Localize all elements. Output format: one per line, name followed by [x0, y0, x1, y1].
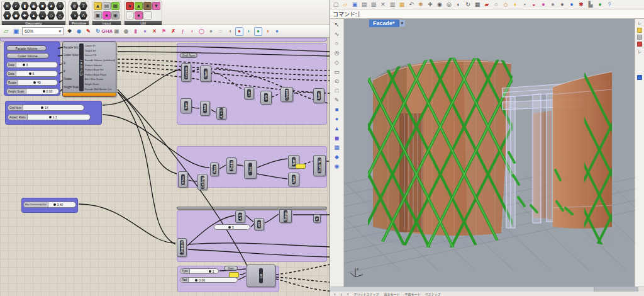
num-component[interactable]: Num: [288, 173, 299, 186]
sketch-icon[interactable]: ✎: [332, 95, 342, 105]
preview-orange-icon[interactable]: ◑: [264, 27, 272, 36]
paint-icon[interactable]: ●: [207, 27, 215, 36]
cluster-output-port[interactable]: Attr / Max Scalar: [85, 77, 115, 81]
ext-cluster-component[interactable]: Ext: [247, 265, 275, 287]
panel-component[interactable]: [296, 164, 306, 169]
gha-icon[interactable]: GHA: [103, 27, 111, 36]
panel-icon-shield[interactable]: [637, 42, 642, 47]
cluster-input-port[interactable]: Height Scale: [64, 86, 79, 89]
visibility-icon[interactable]: ◒: [530, 1, 538, 9]
viewport-tab[interactable]: Facade* ▾: [369, 20, 405, 27]
scrollbar-thumb[interactable]: [594, 287, 638, 292]
open-file-icon[interactable]: ▱: [341, 1, 350, 9]
param-grid-num[interactable]: Grid Num: [180, 53, 197, 58]
geometry-icon[interactable]: ▲: [30, 11, 38, 20]
open-file-icon[interactable]: ▱: [2, 27, 10, 36]
display-red-icon[interactable]: ●: [235, 27, 243, 36]
num-component[interactable]: Num: [313, 88, 325, 103]
magnifier-icon[interactable]: ◎: [122, 27, 130, 36]
viewport-scrollbar[interactable]: [330, 287, 644, 292]
move-icon[interactable]: ✚: [426, 1, 435, 9]
color-wheel-icon[interactable]: ●: [539, 1, 548, 9]
dispatch-component[interactable]: Dispatch: [177, 238, 187, 257]
geometry-icon[interactable]: ◉: [30, 2, 38, 10]
save-icon[interactable]: ▣: [350, 1, 359, 9]
division-component[interactable]: A/B: [254, 218, 264, 231]
geometry-icon[interactable]: ▮: [21, 2, 29, 10]
num-component[interactable]: Num: [180, 98, 192, 113]
status-item[interactable]: x: [334, 292, 336, 296]
bbox-component[interactable]: BBox: [178, 171, 188, 188]
viewport-layout-icon[interactable]: ▦: [473, 1, 482, 9]
paste-icon[interactable]: ▦: [397, 1, 406, 9]
round-component[interactable]: Round: [280, 87, 293, 102]
image-sampler-icon[interactable]: ▦: [111, 2, 119, 10]
extrude-icon[interactable]: ◆: [332, 152, 342, 161]
param-facade-volume[interactable]: Facade Volume: [6, 45, 47, 51]
print-icon[interactable]: ▤: [360, 1, 369, 9]
height-scale-slider[interactable]: Height Scale0.93: [6, 88, 59, 94]
ellipse-icon[interactable]: ◎: [332, 48, 342, 57]
zoom-fit-icon[interactable]: ❖: [65, 27, 74, 36]
geometry-icon[interactable]: △: [56, 11, 64, 20]
cluster-component[interactable]: Facade VolumeCutter VolumeRPRotateHeight…: [62, 42, 116, 97]
cluster-output-port[interactable]: Facade Wall Border Crv: [85, 88, 115, 91]
data-slider-2[interactable]: Data6: [6, 71, 58, 77]
relay-arrow-icon[interactable]: →: [126, 11, 134, 20]
cluster-output-port[interactable]: Height Scale: [85, 83, 115, 86]
range-component[interactable]: Range: [279, 209, 292, 223]
data-slider-1[interactable]: Data3: [6, 62, 58, 68]
window-icon[interactable]: ▣: [113, 27, 121, 36]
panel-icon-new-layer[interactable]: [637, 28, 642, 33]
group-pattern-c[interactable]: [177, 210, 327, 262]
solid-tube-icon[interactable]: ◼: [332, 133, 342, 142]
ball-icon[interactable]: ●: [135, 11, 143, 20]
layout-icon[interactable]: ▙: [586, 1, 595, 9]
value-list-icon[interactable]: ▤: [103, 2, 111, 10]
cluster-output-port[interactable]: Target Srf: [85, 49, 115, 52]
properties-icon[interactable]: ▧: [369, 1, 378, 9]
status-item[interactable]: z: [347, 292, 349, 296]
render-preview-icon[interactable]: ●: [567, 1, 576, 9]
primitive-icon[interactable]: Λ: [79, 11, 87, 20]
primitive-icon[interactable]: 7: [79, 2, 87, 10]
solid-box-icon[interactable]: ■: [332, 105, 342, 114]
rotate-slider[interactable]: Rotate40: [6, 79, 58, 86]
button-icon[interactable]: ◉: [111, 11, 119, 20]
surface-icon[interactable]: ▦: [332, 142, 342, 152]
circle-icon[interactable]: ○: [332, 38, 342, 48]
cherry-picker-icon[interactable]: ●: [126, 2, 134, 10]
balloon-icon[interactable]: ●: [141, 27, 149, 36]
white-arrow-icon[interactable]: →: [143, 11, 152, 20]
subtract-component[interactable]: A-B: [235, 210, 245, 223]
debrep-component[interactable]: DeBrep: [197, 174, 208, 190]
polyline-icon[interactable]: ∿: [332, 29, 342, 38]
rad-slider[interactable]: Rad0.06: [180, 277, 238, 283]
eye-icon[interactable]: ◉: [75, 27, 83, 36]
geometry-icon[interactable]: ◒: [38, 11, 47, 20]
preview-green-icon[interactable]: ●: [254, 27, 262, 36]
grid-num-slider[interactable]: Grid Num14: [8, 105, 84, 111]
osnap-icon[interactable]: ◇: [501, 1, 510, 9]
bag-icon[interactable]: ▮: [131, 27, 140, 36]
group-pattern-a[interactable]: [177, 43, 327, 125]
flag-icon[interactable]: ⚑: [160, 27, 168, 36]
light-icon[interactable]: ♦: [511, 1, 519, 9]
cluster-input-port[interactable]: Facade Volume: [64, 46, 79, 49]
status-item[interactable]: 直交モード: [384, 292, 400, 296]
zoom-icon[interactable]: ◉: [435, 1, 444, 9]
solid-cone-icon[interactable]: ▲: [332, 123, 342, 133]
red-x-icon[interactable]: ✗: [169, 27, 177, 36]
rotate-view-icon[interactable]: ↻: [464, 1, 472, 9]
point-icon[interactable]: □: [332, 86, 342, 95]
zoom-extents-icon[interactable]: ◐: [454, 1, 463, 9]
count-slider[interactable]: 5: [214, 224, 250, 230]
primitive-icon[interactable]: ◑: [70, 11, 79, 20]
cut-icon[interactable]: ✕: [379, 1, 387, 9]
cluster-output-port[interactable]: Pattern Base Plane: [85, 73, 115, 76]
cluster-input-port[interactable]: Cutter Volume: [64, 54, 79, 57]
settings-icon[interactable]: ✱: [577, 1, 586, 9]
rectangle-icon[interactable]: ▭: [332, 67, 342, 76]
display-shaded-icon[interactable]: ◑: [226, 27, 234, 36]
explode-component[interactable]: Explode: [181, 63, 191, 82]
